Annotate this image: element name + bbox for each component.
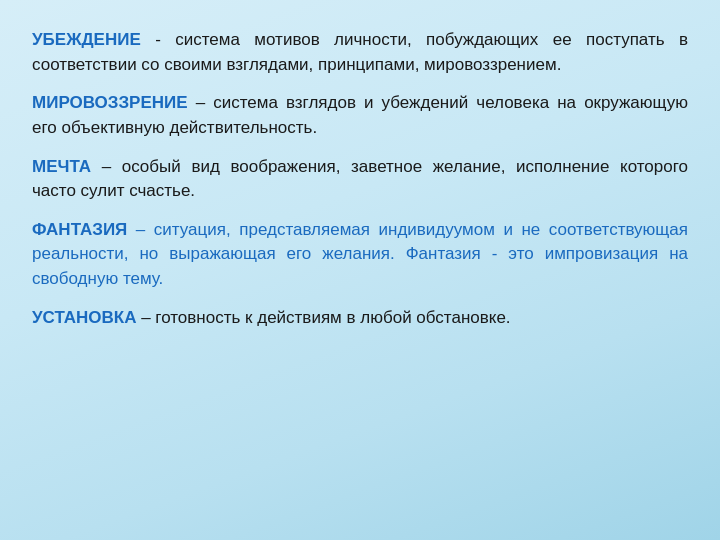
term-name-ustanovka: УСТАНОВКА [32, 308, 136, 327]
term-name-mirovozzrenie: МИРОВОЗЗРЕНИЕ [32, 93, 188, 112]
term-block-ubezhdenie: УБЕЖДЕНИЕ - система мотивов личности, по… [32, 28, 688, 77]
term-block-mechta: МЕЧТА – особый вид воображения, заветное… [32, 155, 688, 204]
term-block-fantaziya: ФАНТАЗИЯ – ситуация, представляемая инди… [32, 218, 688, 292]
term-block-mirovozzrenie: МИРОВОЗЗРЕНИЕ – система взглядов и убежд… [32, 91, 688, 140]
slide-container: УБЕЖДЕНИЕ - система мотивов личности, по… [0, 0, 720, 540]
term-name-ubezhdenie: УБЕЖДЕНИЕ [32, 30, 141, 49]
term-block-ustanovka: УСТАНОВКА – готовность к действиям в люб… [32, 306, 688, 331]
term-name-mechta: МЕЧТА [32, 157, 91, 176]
term-name-fantaziya: ФАНТАЗИЯ [32, 220, 127, 239]
